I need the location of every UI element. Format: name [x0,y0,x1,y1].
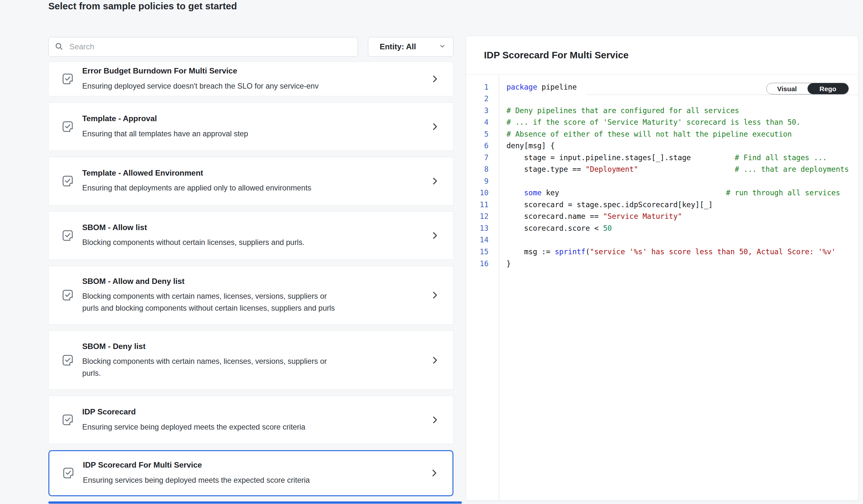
policy-title: Template - Approval [82,114,424,124]
line-number: 4 [466,116,489,128]
policy-card[interactable]: SBOM - Allow list Blocking components wi… [48,211,453,260]
policy-text: IDP Scorecard For Multi Service Ensuring… [83,460,423,486]
policy-card[interactable]: Template - Allowed Environment Ensuring … [48,157,453,205]
code-line: 14 [466,234,858,246]
entity-filter-label: Entity: All [379,42,416,51]
code-line: 5 # Absence of either of these will not … [466,128,858,140]
code-line: 7 stage = input.pipeline.stages[_].stage… [466,152,858,164]
policy-title: IDP Scorecard [82,407,424,417]
sample-policies-screen: Select from sample policies to get start… [0,0,863,504]
line-number: 7 [466,152,489,164]
toggle-visual-button[interactable]: Visual [766,83,808,94]
page-title: Select from sample policies to get start… [48,0,237,12]
policy-description: Ensuring deployed service doesn't breach… [82,80,424,92]
policy-description: Blocking components with certain names, … [82,290,424,314]
line-number: 16 [466,258,489,270]
policy-text: SBOM - Allow list Blocking components wi… [82,223,424,248]
policy-title: SBOM - Allow list [82,223,424,232]
policy-card[interactable]: SBOM - Deny list Blocking components wit… [48,331,453,390]
line-content: stage = input.pipeline.stages[_].stage #… [506,152,827,164]
code-line: 12 scorecard.name == "Service Maturity" [466,210,858,222]
editor-header-divider [587,94,858,95]
policy-card[interactable]: IDP Scorecard Ensuring service being dep… [48,396,453,444]
scroll-indicator[interactable] [48,501,462,504]
line-number: 14 [466,234,489,246]
code-line: 11 scorecard = stage.spec.idpScorecard[k… [466,199,858,211]
policy-card[interactable]: SBOM - Allow and Deny list Blocking comp… [48,266,453,325]
policy-text: IDP Scorecard Ensuring service being dep… [82,407,424,433]
line-content: # ... if the score of 'Service Maturity'… [506,116,800,128]
line-number: 2 [466,93,489,105]
line-content: package pipeline [506,81,577,93]
detail-title: IDP Scorecard For Multi Service [484,50,628,60]
policy-description: Ensuring service being deployed meets th… [82,421,424,433]
policy-title: SBOM - Allow and Deny list [82,276,424,286]
code-line: 13 scorecard.score < 50 [466,222,858,234]
line-content: } [506,258,511,270]
line-number: 12 [466,210,489,222]
code-line: 6 deny[msg] { [466,140,858,152]
policy-title: IDP Scorecard For Multi Service [83,460,423,470]
chevron-right-icon[interactable] [430,177,440,185]
policy-check-icon [61,120,75,133]
chevron-right-icon[interactable] [430,468,439,478]
chevron-down-icon [439,41,446,52]
policy-card[interactable]: Template - Approval Ensuring that all te… [48,102,453,151]
search-box [48,37,358,57]
policy-check-icon [61,72,75,86]
line-content: # Absence of either of these will not ha… [506,128,792,140]
policy-title: SBOM - Deny list [82,341,424,351]
line-content: scorecard = stage.spec.idpScorecard[key]… [506,199,713,211]
line-number: 10 [466,187,489,199]
toggle-rego-button[interactable]: Rego [808,83,849,94]
code-editor-lines: 1 package pipeline 2 3 # Deny pipelines … [466,81,858,270]
policy-check-icon [61,175,75,188]
code-line: 9 [466,175,858,187]
line-number: 3 [466,105,489,117]
line-number: 1 [466,81,489,93]
chevron-right-icon[interactable] [430,75,440,83]
view-toggle: Visual Rego [766,83,849,95]
policy-title: Error Budget Burndown For Multi Service [82,66,424,76]
chevron-right-icon[interactable] [430,356,440,365]
chevron-right-icon[interactable] [430,122,440,131]
line-number: 5 [466,128,489,140]
policy-text: Template - Allowed Environment Ensuring … [82,168,424,194]
line-number: 9 [466,175,489,187]
entity-filter-dropdown[interactable]: Entity: All [368,37,453,57]
policy-title: Template - Allowed Environment [82,168,424,178]
chevron-right-icon[interactable] [430,415,440,424]
code-line: 4 # ... if the score of 'Service Maturit… [466,116,858,128]
line-number: 13 [466,222,489,234]
policy-detail-panel: IDP Scorecard For Multi Service 1 packag… [466,36,859,501]
chevron-right-icon[interactable] [430,291,440,300]
policy-check-icon [61,288,75,302]
policy-description: Blocking components without certain lice… [82,236,424,248]
code-line: 16 } [466,258,858,270]
search-icon [54,42,64,53]
line-content: stage.type == "Deployment" # ... that ar… [506,164,849,175]
search-input[interactable] [48,37,358,57]
line-content: # Deny pipelines that are configured for… [506,105,739,117]
code-line: 10 some key # run through all services [466,187,858,199]
policy-check-icon [61,353,75,367]
policy-description: Ensuring that deployments are applied on… [82,182,424,194]
line-number: 8 [466,164,489,175]
policy-text: Template - Approval Ensuring that all te… [82,114,424,140]
line-number: 11 [466,199,489,211]
code-editor: 1 package pipeline 2 3 # Deny pipelines … [466,75,858,500]
policy-card[interactable]: IDP Scorecard For Multi Service Ensuring… [48,450,453,496]
policy-description: Ensuring that all templates have an appr… [82,128,424,140]
policy-card[interactable]: Error Budget Burndown For Multi Service … [48,62,453,96]
line-content: some key # run through all services [506,187,840,199]
policy-list: Error Budget Burndown For Multi Service … [48,62,453,502]
line-number: 15 [466,246,489,258]
policy-check-icon [62,466,75,480]
policy-text: Error Budget Burndown For Multi Service … [82,66,424,92]
policy-check-icon [61,229,75,242]
policy-description: Ensuring services being deployed meets t… [83,474,423,486]
chevron-right-icon[interactable] [430,231,440,240]
line-number: 6 [466,140,489,152]
code-line: 15 msg := sprintf("service '%s' has scor… [466,246,858,258]
policy-description: Blocking components with certain names, … [82,356,424,379]
